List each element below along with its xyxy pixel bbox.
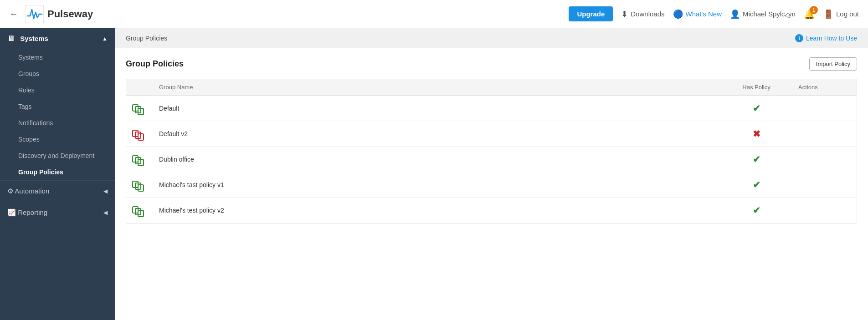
- row-policy-tast-v1: ✔: [720, 179, 793, 190]
- row-policy-test-v2: ✔: [720, 205, 793, 216]
- sidebar-item-scopes[interactable]: Scopes: [0, 131, 115, 147]
- sidebar-reporting-label: Reporting: [18, 208, 47, 216]
- group-policies-table: Group Name Has Policy Actions Default: [126, 79, 857, 223]
- row-name-default-v2: Default v2: [154, 130, 720, 137]
- table-row: Default v2 ✖: [126, 121, 857, 147]
- sidebar-automation-header[interactable]: ⚙ Automation ◀: [0, 180, 115, 202]
- policy-yes-icon-3: ✔: [753, 179, 760, 190]
- chevron-up-icon: ▲: [102, 36, 108, 42]
- table-row: Michael's test policy v2 ✔: [126, 198, 857, 223]
- whats-new-label: What's New: [686, 10, 722, 18]
- main-content-area: Group Policies i Learn How to Use Group …: [115, 28, 868, 320]
- back-button[interactable]: ←: [9, 9, 18, 19]
- row-icon-test-v2: [126, 203, 154, 218]
- download-icon: ⬇: [621, 9, 628, 19]
- row-name-dublin: Dublin office: [154, 156, 720, 163]
- sidebar-item-tags[interactable]: Tags: [0, 98, 115, 115]
- header-left: ← Pulseway: [9, 5, 93, 23]
- monitor-icon: 🖥: [7, 35, 15, 42]
- policy-yes-icon-2: ✔: [753, 154, 760, 165]
- user-profile-link[interactable]: 👤 Michael Spylczyn: [730, 9, 796, 19]
- sidebar-item-groups[interactable]: Groups: [0, 66, 115, 82]
- reporting-icon: 📈: [7, 208, 16, 216]
- sidebar-item-notifications[interactable]: Notifications: [0, 115, 115, 131]
- top-header: ← Pulseway Upgrade ⬇ Downloads 🔵 What's …: [0, 0, 868, 28]
- row-icon-dublin: [126, 152, 154, 167]
- logout-icon: 🚪: [823, 9, 833, 19]
- chevron-left-icon: ◀: [103, 188, 108, 194]
- group-icon-3: [132, 178, 146, 192]
- upgrade-button[interactable]: Upgrade: [569, 6, 613, 21]
- sidebar-item-systems[interactable]: Systems: [0, 49, 115, 66]
- group-icon-2: [132, 152, 146, 167]
- learn-how-label: Learn How to Use: [806, 35, 857, 42]
- user-icon: 👤: [730, 9, 740, 19]
- content-panel: Group Policies Import Policy Group Name …: [115, 48, 868, 320]
- whats-new-icon: 🔵: [673, 9, 683, 19]
- breadcrumb: Group Policies: [126, 35, 167, 42]
- row-name-test-v2: Michael's test policy v2: [154, 207, 720, 214]
- logo-text: Pulseway: [47, 8, 93, 20]
- row-icon-default: [126, 101, 154, 116]
- notifications-bell[interactable]: 🔔 1: [804, 9, 815, 20]
- row-policy-dublin: ✔: [720, 154, 793, 165]
- policy-yes-icon: ✔: [753, 103, 760, 114]
- header-right: Upgrade ⬇ Downloads 🔵 What's New 👤 Micha…: [569, 6, 859, 21]
- policy-yes-icon-4: ✔: [753, 205, 760, 216]
- downloads-link[interactable]: ⬇ Downloads: [621, 9, 664, 19]
- whats-new-link[interactable]: 🔵 What's New: [673, 9, 722, 19]
- row-icon-default-v2: [126, 127, 154, 141]
- breadcrumb-bar: Group Policies i Learn How to Use: [115, 28, 868, 48]
- col-header-actions: Actions: [793, 84, 857, 91]
- chevron-left-icon-2: ◀: [103, 209, 108, 216]
- downloads-label: Downloads: [631, 10, 664, 18]
- user-label: Michael Spylczyn: [743, 10, 796, 18]
- sidebar-item-group-policies[interactable]: Group Policies: [0, 164, 115, 180]
- sidebar-systems-label: Systems: [20, 35, 48, 42]
- table-row: Default ✔: [126, 96, 857, 121]
- col-header-group-name: Group Name: [154, 84, 720, 91]
- learn-how-link[interactable]: i Learn How to Use: [795, 34, 857, 42]
- sidebar-reporting-header[interactable]: 📈 Reporting ◀: [0, 202, 115, 223]
- automation-icon: ⚙: [7, 187, 13, 195]
- sidebar: 🖥 Systems ▲ Systems Groups Roles Tags No…: [0, 28, 115, 320]
- import-policy-button[interactable]: Import Policy: [809, 57, 857, 71]
- notification-badge: 1: [810, 6, 818, 14]
- row-name-default: Default: [154, 105, 720, 112]
- row-icon-tast-v1: [126, 178, 154, 192]
- main-layout: 🖥 Systems ▲ Systems Groups Roles Tags No…: [0, 28, 868, 320]
- sidebar-automation-label: Automation: [15, 187, 49, 195]
- logout-link[interactable]: 🚪 Log out: [823, 9, 859, 19]
- table-row: Dublin office ✔: [126, 147, 857, 172]
- table-header-row: Group Name Has Policy Actions: [126, 79, 857, 96]
- row-name-tast-v1: Michael's tast policy v1: [154, 181, 720, 188]
- row-policy-default: ✔: [720, 103, 793, 114]
- table-row: Michael's tast policy v1 ✔: [126, 172, 857, 198]
- col-header-icon: [126, 84, 154, 91]
- logo-icon: [26, 5, 44, 23]
- sidebar-item-roles[interactable]: Roles: [0, 82, 115, 98]
- group-icon: [132, 101, 146, 116]
- sidebar-item-discovery-deployment[interactable]: Discovery and Deployment: [0, 147, 115, 164]
- info-icon: i: [795, 34, 803, 42]
- logout-label: Log out: [836, 10, 859, 18]
- content-title: Group Policies: [126, 59, 184, 69]
- content-header: Group Policies Import Policy: [126, 57, 857, 71]
- policy-no-icon: ✖: [753, 128, 760, 139]
- row-policy-default-v2: ✖: [720, 128, 793, 139]
- group-icon-4: [132, 203, 146, 218]
- logo: Pulseway: [26, 5, 93, 23]
- sidebar-systems-header[interactable]: 🖥 Systems ▲: [0, 28, 115, 49]
- group-icon-red: [132, 127, 146, 141]
- col-header-has-policy: Has Policy: [720, 84, 793, 91]
